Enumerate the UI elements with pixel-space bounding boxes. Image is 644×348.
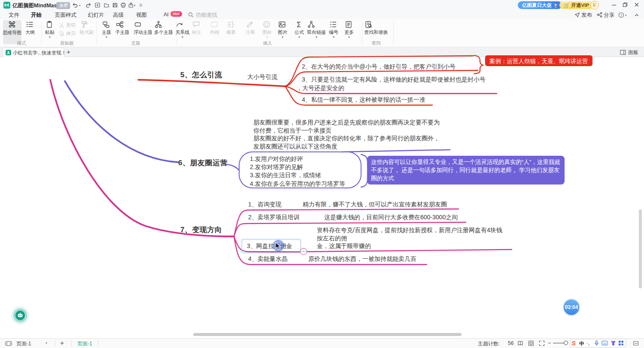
page-list-icon[interactable] [5,341,12,346]
topic-5-title[interactable]: 5、怎么引流 [180,70,222,80]
ime-menu-grid-icon[interactable] [618,340,624,346]
add-page-button[interactable]: + [60,339,64,347]
horizontal-scrollbar[interactable] [193,333,462,336]
avatar[interactable]: E [590,1,599,9]
export-caret-icon[interactable]: ▾ [134,4,136,7]
topic-7-item-2-desc[interactable]: 这是赚大钱的，目前同行大多收费在600-3000之间 [324,214,458,221]
page-selector-caret-icon[interactable]: ▾ [46,341,47,345]
vertical-scrollbar[interactable] [639,209,642,288]
topic-5-item-4[interactable]: 4、私信一律不回复，这种被举报的话一抓一准 [302,96,425,104]
menu-slides[interactable]: 幻灯片 [88,12,104,19]
topic-7-item-3[interactable]: 3、网盘拉新佣金 [247,242,292,250]
open-file-button[interactable] [103,2,109,8]
collapse-ribbon-button[interactable] [634,12,639,18]
document-tab[interactable]: 小红书玄学...快速变现！ ● [3,48,64,57]
share-button[interactable]: 分享 [604,12,614,19]
topic-7-item-3-desc-line1[interactable]: 资料存在夸克/百度网盘，提前找好拉新授权，新用户注册网盘有4块钱 [317,227,502,234]
print-button[interactable] [120,2,126,8]
topic-7-title[interactable]: 7、变现方向 [180,225,222,235]
zoom-out-button[interactable]: − [548,340,551,346]
topic-6-purple-callout[interactable]: 这些内容可以让你显得又专业，又是一个活灵活现的真实的“人”，这里我就不多说了， … [367,156,565,185]
ai-assistant-button[interactable] [11,306,30,325]
redo-button[interactable] [85,2,91,8]
menu-file[interactable]: 文件 [9,12,19,19]
floating-topic-button[interactable]: 浮动主题 [134,20,152,36]
undo-button[interactable] [72,2,78,8]
search-input[interactable]: 功能查找 [196,12,217,19]
multiple-topics-button[interactable]: 多个主题 [154,20,173,36]
collapse-node-button[interactable]: − [300,248,307,255]
zoom-slider-track[interactable] [553,343,565,343]
restore-button[interactable] [623,2,628,7]
collapse-statusbar-icon[interactable] [633,340,639,346]
boundary-button[interactable]: 外框 [210,20,219,36]
promo-badge[interactable]: 亿图夏日大促 🍹 [518,1,562,9]
sogou-logo[interactable]: S [571,339,576,347]
mode-mindmap-button[interactable]: ⌘ 思维导图 [3,20,21,36]
export-button[interactable] [128,2,134,8]
new-tab-button[interactable]: + [67,48,70,55]
more-button[interactable]: 更多 ▾ [344,20,354,39]
zoom-slider-knob[interactable] [564,341,568,345]
keyboard-icon[interactable] [601,341,608,345]
paste-button[interactable]: 粘贴 ▾ [45,20,55,39]
help-button[interactable]: ? [618,12,624,18]
find-replace-button[interactable]: 查找和替换 [365,20,388,36]
minimize-button[interactable] [611,3,617,8]
panel-toggle-label[interactable]: 面板 [628,49,638,56]
topic-7-item-4[interactable]: 4、卖能量水晶 [248,255,288,263]
fullscreen-icon[interactable] [539,340,545,346]
callout-button[interactable]: 标注 [192,20,201,36]
active-page-tab[interactable]: 页面-1 [77,340,92,348]
picture-button[interactable]: 图片 ▾ [278,20,287,39]
customize-toolbar-button[interactable] [138,3,143,8]
reading-view-icon[interactable] [517,341,523,346]
copy-button[interactable]: 拷贝 [59,30,76,37]
format-painter-button[interactable]: 格式刷 [80,20,94,36]
topic-5-item-3-line1[interactable]: 3、只要是引流就一定有风险，这样做的好处就是即使被封也是封小号 [302,76,486,84]
topic-5-case-callout[interactable]: 案例：运营人劲猫，无畏、珉玮讲运营 [485,55,592,66]
topic-6-list[interactable]: 1.发用户对你的好评 2.发你对塔罗的见解 3.发你的生活日常，或情绪 4.发你… [250,155,345,188]
topic-7-item-3-desc-line2[interactable]: 按左右的佣 [317,235,347,242]
close-button[interactable] [634,2,639,7]
topic-7-item-2[interactable]: 2、卖塔罗项目培训 [248,214,300,221]
menu-home[interactable]: 开始 [31,12,42,19]
topic-5-item-2[interactable]: 2、在大号的简介当中@小号，做好引导，把客户引到小号 [302,63,456,71]
ime-punctuation[interactable]: ·, [586,340,589,346]
page-selector[interactable]: 页面-1 [16,340,31,348]
mode-outline-button[interactable]: 大纲 [25,20,35,36]
topic-5-branch[interactable]: 大小号引流 [247,73,277,81]
new-file-button[interactable] [94,2,100,8]
comment-button[interactable]: 注释 [246,20,255,36]
publish-icon[interactable] [574,12,580,18]
menu-advanced[interactable]: 高级 [113,12,124,19]
relationship-button[interactable]: 关系线 ▾ [176,20,190,39]
panel-icon[interactable] [620,50,626,55]
topic-6-title[interactable]: 6、朋友圈运营 [178,158,228,168]
ime-mode-chinese[interactable]: 中 [579,340,584,348]
hyperlink-button[interactable]: 双向链接 ▾ [307,20,326,39]
recording-timer-badge[interactable]: 03:04 [563,299,580,316]
menu-page-style[interactable]: 页面样式 [55,12,76,19]
undo-caret-icon[interactable]: ▾ [79,4,81,7]
save-button[interactable] [112,2,118,8]
summary-button[interactable]: 概要 [226,20,236,36]
fit-page-icon[interactable] [528,340,534,346]
search-icon[interactable] [188,12,194,18]
topic-6-notes[interactable]: 朋友圈很重要，很多用户进来之后是先观察你的朋友圈再决定要不要为 你付费，它相当于… [253,118,440,150]
cut-button[interactable]: 剪切 [59,22,76,28]
publish-button[interactable]: 发布 [581,12,592,19]
skin-icon[interactable] [611,340,616,346]
numbering-button[interactable]: 编号 ▾ [329,20,338,39]
topic-7-item-1-desc[interactable]: 精力有限，赚不了大钱，但可以产出宣传素材发朋友圈 [303,201,447,209]
microphone-icon[interactable] [594,340,599,346]
help-caret-icon[interactable]: ▾ [625,14,627,17]
topic-7-item-4-desc[interactable]: 原价几块钱的东西，一被加持就能卖几百 [308,255,416,263]
marks-button[interactable]: 图标 ▾ [262,20,272,39]
subtopic-button[interactable]: 子主题 [115,20,130,36]
menu-view[interactable]: 视图 [136,12,147,19]
formula-button[interactable]: 公式 ▾ [295,20,304,39]
topic-5-item-3-line2[interactable]: ，大号还是安全的 [296,85,344,92]
vip-button[interactable]: 🛒 开通VIP [559,1,593,9]
topic-7-item-1[interactable]: 1、咨询变现 [248,201,282,209]
